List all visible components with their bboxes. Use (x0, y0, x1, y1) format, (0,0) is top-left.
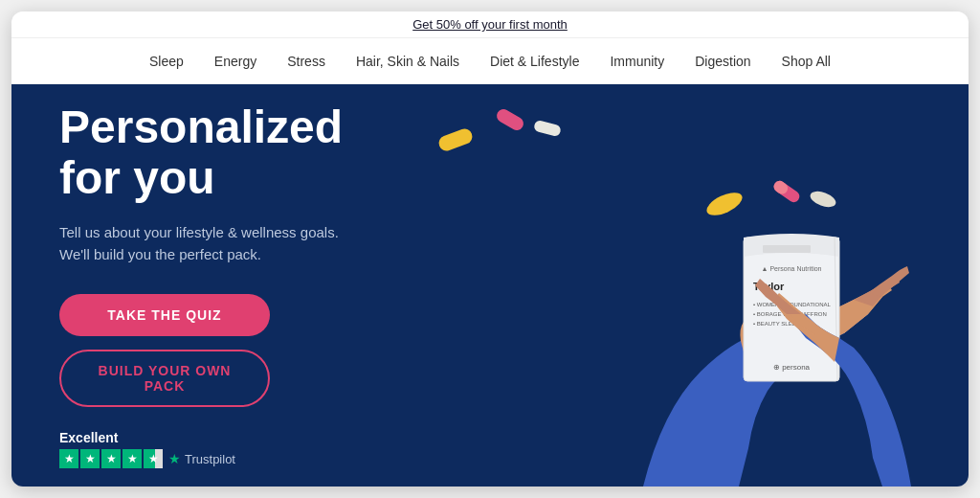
nav-sleep[interactable]: Sleep (149, 54, 184, 69)
navigation: Sleep Energy Stress Hair, Skin & Nails D… (11, 38, 969, 84)
product-scene: ▲ Persona Nutrition Taylor • WOMEN'S FOU… (586, 123, 969, 487)
trustpilot-section: Excellent ★ ★ ★ ★ ★ ★ Trustpilot (59, 430, 343, 468)
nav-diet-lifestyle[interactable]: Diet & Lifestyle (490, 54, 579, 69)
build-pack-button[interactable]: BUILD YOUR OWN PACK (59, 350, 270, 407)
nav-shop-all[interactable]: Shop All (782, 54, 831, 69)
hero-subtitle: Tell us about your lifestyle & wellness … (59, 222, 343, 265)
hero-content: Personalizedfor you Tell us about your l… (11, 84, 390, 487)
promo-link[interactable]: Get 50% off your first month (412, 17, 568, 32)
trustpilot-logo: ★ Trustpilot (168, 451, 235, 466)
hero-image-area: ▲ Persona Nutrition Taylor • WOMEN'S FOU… (390, 84, 969, 487)
nav-energy[interactable]: Energy (214, 54, 256, 69)
pill-yellow (436, 126, 474, 152)
hero-title: Personalizedfor you (59, 102, 343, 204)
nav-digestion[interactable]: Digestion (695, 54, 750, 69)
nav-immunity[interactable]: Immunity (610, 54, 664, 69)
take-quiz-button[interactable]: TAKE THE QUIZ (59, 294, 270, 336)
star-5-half: ★ (144, 449, 163, 468)
browser-frame: Get 50% off your first month Sleep Energ… (11, 11, 969, 487)
star-4: ★ (122, 449, 142, 468)
svg-text:▲ Persona Nutrition: ▲ Persona Nutrition (762, 265, 822, 272)
hero-section: Personalizedfor you Tell us about your l… (11, 84, 969, 487)
svg-text:⊕ persona: ⊕ persona (773, 363, 811, 372)
star-2: ★ (80, 449, 100, 468)
star-1: ★ (59, 449, 78, 468)
nav-stress[interactable]: Stress (287, 54, 325, 69)
trustpilot-stars: ★ ★ ★ ★ ★ (59, 449, 163, 468)
nav-hair-skin-nails[interactable]: Hair, Skin & Nails (356, 54, 459, 69)
trustpilot-icon: ★ (168, 451, 181, 466)
svg-point-12 (808, 189, 837, 211)
pill-pink (495, 106, 526, 132)
trustpilot-row: ★ ★ ★ ★ ★ ★ Trustpilot (59, 449, 343, 468)
trustpilot-rating-label: Excellent (59, 430, 343, 445)
pills-decoration (438, 113, 572, 190)
promo-bar: Get 50% off your first month (11, 11, 969, 38)
svg-rect-1 (763, 245, 811, 253)
svg-point-9 (703, 188, 746, 219)
pill-white (533, 120, 562, 138)
star-3: ★ (101, 449, 121, 468)
